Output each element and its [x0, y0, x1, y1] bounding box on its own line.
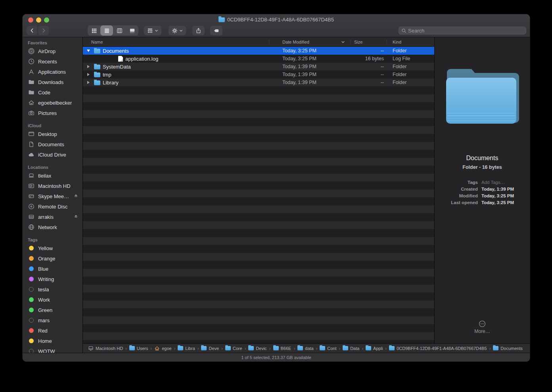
meta-value: Today, 1:39 PM	[481, 187, 514, 191]
path-segment-data[interactable]: Data	[343, 346, 359, 351]
eject-icon[interactable]	[73, 193, 79, 199]
column-divider[interactable]	[351, 39, 351, 45]
path-segment-b66e[interactable]: B66E	[273, 346, 291, 351]
sidebar-section-title: iCloud	[28, 123, 82, 128]
meta-value[interactable]: Add Tags…	[481, 180, 505, 185]
icon-view-button[interactable]	[88, 25, 100, 36]
file-name: tmp	[103, 72, 111, 78]
sidebar-item-network[interactable]: Network	[23, 222, 82, 232]
sidebar-item-remote-disc[interactable]: Remote Disc	[23, 201, 82, 212]
disclosure-triangle-icon[interactable]	[86, 81, 91, 84]
disclosure-triangle-icon[interactable]	[86, 50, 91, 52]
tag-color-icon	[29, 287, 34, 292]
sidebar-item-blue[interactable]: Blue	[23, 264, 82, 274]
tag-color-icon	[29, 308, 34, 312]
path-segment-data[interactable]: data	[297, 346, 313, 351]
sidebar-item-tesla[interactable]: tesla	[23, 284, 82, 294]
path-segment-deve[interactable]: Deve	[201, 346, 219, 351]
sidebar-item-egoebelbecker[interactable]: egoebelbecker	[23, 98, 82, 108]
path-segment-devic[interactable]: Devic	[248, 346, 267, 351]
view-switcher	[88, 25, 138, 36]
path-segment-libra[interactable]: Libra	[178, 346, 195, 351]
sidebar-item-work[interactable]: Work	[23, 294, 82, 305]
search-field[interactable]	[399, 27, 526, 34]
path-segment-users[interactable]: Users	[129, 346, 148, 351]
path-segment-cont[interactable]: Cont	[320, 346, 336, 351]
sidebar-item-label: iCloud Drive	[38, 152, 66, 158]
sidebar-section-icloud: iCloudDesktopDocumentsiCloud Drive	[23, 123, 82, 160]
sidebar-item-mars[interactable]: mars	[23, 315, 82, 325]
sidebar-item-downloads[interactable]: Downloads	[23, 77, 82, 87]
empty-row	[83, 158, 434, 166]
sidebar-item-orange[interactable]: Orange	[23, 253, 82, 264]
sidebar: FavoritesAirDropRecentsApplicationsDownl…	[23, 37, 83, 353]
back-button[interactable]	[27, 26, 37, 35]
sidebar-item-red[interactable]: Red	[23, 325, 82, 336]
path-segment-label: Devic	[256, 346, 267, 351]
sidebar-item-label: Desktop	[38, 131, 57, 137]
path-segment-appli[interactable]: Appli	[366, 346, 383, 351]
group-button[interactable]	[144, 26, 161, 35]
sidebar-item-writing[interactable]: Writing	[23, 274, 82, 284]
file-row-documents[interactable]: DocumentsToday, 3:25 PM--Folder	[83, 47, 434, 55]
sidebar-item-home[interactable]: Home	[23, 336, 82, 346]
path-segment-label: Libra	[185, 346, 195, 351]
tags-button[interactable]	[210, 26, 222, 35]
sidebar-item-wotw[interactable]: WOTW	[23, 346, 82, 353]
path-segment-documents[interactable]: Documents	[493, 346, 523, 351]
drive-icon	[88, 346, 94, 351]
file-row-systemdata[interactable]: SystemDataToday, 1:39 PM--Folder	[83, 63, 434, 71]
sidebar-item-airdrop[interactable]: AirDrop	[23, 46, 82, 56]
file-icon	[118, 56, 123, 62]
sidebar-item-icloud-drive[interactable]: iCloud Drive	[23, 149, 82, 160]
sidebar-item-macintosh-hd[interactable]: Macintosh HD	[23, 181, 82, 191]
file-row-library[interactable]: LibraryToday, 1:39 PM--Folder	[83, 78, 434, 86]
share-button[interactable]	[192, 26, 205, 35]
tag-color-icon	[29, 338, 34, 343]
sidebar-item-label: Work	[38, 297, 50, 303]
file-row-tmp[interactable]: tmpToday, 1:39 PM--Folder	[83, 71, 434, 78]
column-header-date-modified[interactable]: Date Modified	[282, 40, 351, 44]
column-view-button[interactable]	[113, 25, 126, 36]
path-separator: ›	[150, 346, 152, 351]
column-header-kind[interactable]: Kind	[387, 40, 434, 44]
folder-icon	[178, 346, 183, 350]
path-segment-core[interactable]: Core	[225, 346, 242, 351]
path-segment-label: Deve	[209, 346, 219, 351]
column-divider[interactable]	[269, 39, 269, 45]
file-kind: Folder	[387, 80, 434, 85]
path-segment-0cd9bff4-12d8-49f1-a48a-6db07667d4b5[interactable]: 0CD9BFF4-12D8-49F1-A48A-6DB07667D4B5	[389, 346, 487, 351]
sort-descending-icon	[341, 40, 345, 44]
action-menu-button[interactable]	[169, 26, 186, 35]
sidebar-item-tleilax[interactable]: tleilax	[23, 170, 82, 181]
file-row-application-log[interactable]: application.logToday, 3:25 PM16 bytesLog…	[83, 55, 434, 63]
sidebar-item-arrakis[interactable]: arrakis	[23, 212, 82, 222]
sidebar-item-pictures[interactable]: Pictures	[23, 108, 82, 118]
sidebar-item-label: tesla	[38, 287, 49, 293]
column-header-name[interactable]: Name	[83, 40, 282, 44]
column-divider[interactable]	[387, 39, 387, 45]
sidebar-item-code[interactable]: Code	[23, 87, 82, 98]
empty-row	[83, 189, 434, 197]
sidebar-item-recents[interactable]: Recents	[23, 56, 82, 67]
disclosure-triangle-icon[interactable]	[86, 65, 91, 68]
gallery-view-button[interactable]	[126, 25, 138, 36]
sidebar-item-yellow[interactable]: Yellow	[23, 243, 82, 253]
sidebar-item-green[interactable]: Green	[23, 305, 82, 315]
preview-folder-icon	[446, 69, 519, 124]
forward-button[interactable]	[38, 26, 49, 35]
list-view-button[interactable]	[100, 25, 113, 36]
path-segment-egoe[interactable]: egoe	[154, 346, 171, 351]
disclosure-triangle-icon[interactable]	[86, 73, 91, 76]
search-input[interactable]	[408, 28, 523, 34]
column-header-size[interactable]: Size	[351, 40, 387, 44]
more-button[interactable]: More…	[435, 320, 530, 334]
sidebar-item-desktop[interactable]: Desktop	[23, 129, 82, 139]
empty-row	[83, 213, 434, 221]
file-kind: Folder	[387, 64, 434, 69]
path-segment-macintosh-hd[interactable]: Macintosh HD	[88, 346, 123, 351]
eject-icon[interactable]	[73, 214, 79, 220]
sidebar-item-applications[interactable]: Applications	[23, 67, 82, 77]
sidebar-item-documents[interactable]: Documents	[23, 139, 82, 149]
sidebar-item-skype-mee[interactable]: Skype Mee…	[23, 191, 82, 201]
